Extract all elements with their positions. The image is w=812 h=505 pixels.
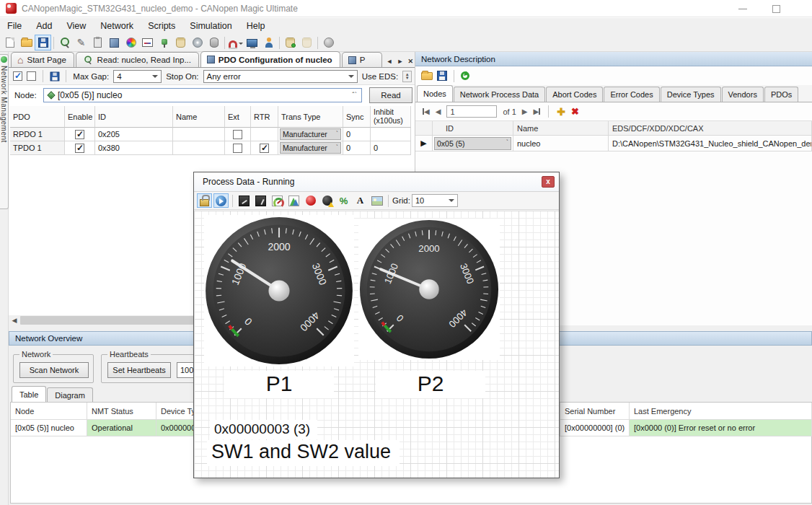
world-button[interactable]: [213, 193, 229, 208]
magnet-button[interactable]: [227, 35, 244, 50]
rpdo-enable-checkbox[interactable]: [75, 130, 84, 139]
maximize-button[interactable]: [762, 0, 790, 17]
minimize-button[interactable]: [728, 0, 757, 17]
grid-size-dropdown[interactable]: 10: [412, 194, 458, 207]
network-node-button[interactable]: [156, 35, 172, 50]
tab-table[interactable]: Table: [12, 386, 46, 402]
rpdo-inhibit-cell[interactable]: [371, 128, 411, 141]
menu-file[interactable]: File: [0, 18, 29, 34]
network-management-tab[interactable]: Network Management: [0, 54, 9, 209]
database-button[interactable]: [206, 35, 222, 50]
use-eds-spinner[interactable]: ▲▼: [402, 71, 412, 82]
menu-network[interactable]: Network: [93, 18, 141, 34]
last-record-button[interactable]: ▶: [533, 107, 540, 115]
tab-close-button[interactable]: ✕: [406, 58, 415, 65]
tab-scroll-right-button[interactable]: ►: [396, 58, 405, 65]
rpdo-sync-cell[interactable]: 0: [343, 128, 371, 141]
pc-configuration-button[interactable]: [244, 35, 260, 50]
add-record-icon[interactable]: ✚: [557, 106, 565, 118]
node-cell[interactable]: [0x05 (5)] nucleo: [11, 420, 87, 436]
tab-read-nucleo[interactable]: Read: nucleo, Read Inp...: [76, 52, 199, 67]
record-number-input[interactable]: 1: [446, 105, 497, 118]
next-record-button[interactable]: ▶: [522, 107, 528, 115]
scan-network-button[interactable]: Scan Network: [19, 362, 89, 378]
tpdo-rtr-checkbox[interactable]: [260, 144, 269, 153]
rpdo-ext-checkbox[interactable]: [233, 130, 242, 139]
tab-partial[interactable]: P: [342, 52, 382, 67]
tab-network-process-data[interactable]: Network Process Data: [454, 87, 545, 102]
tab-vendors[interactable]: Vendors: [722, 87, 764, 102]
menu-add[interactable]: Add: [29, 18, 59, 34]
save-pdo-icon[interactable]: [50, 71, 58, 81]
last-emergency-cell[interactable]: [0x0000 (0)] Error reset or no error: [630, 420, 812, 436]
object-dictionary-button[interactable]: [106, 35, 123, 50]
node-eds-cell[interactable]: D:\CANopen\STM32G431_Nucleo_shield_CANop…: [609, 136, 812, 152]
save-icon[interactable]: [437, 71, 447, 81]
open-button[interactable]: [18, 35, 35, 50]
script-button[interactable]: [172, 35, 189, 50]
lock-button[interactable]: [197, 193, 212, 208]
rpdo-id-cell[interactable]: 0x205: [95, 128, 173, 141]
tpdo-name-cell[interactable]: [173, 141, 225, 155]
new-document-button[interactable]: [1, 35, 18, 50]
tpdo-ext-checkbox[interactable]: [233, 144, 242, 153]
scrollbar-thumb[interactable]: [20, 316, 211, 325]
first-record-button[interactable]: ◀: [423, 107, 430, 115]
gauge-needle-button[interactable]: [270, 193, 285, 208]
disc-button[interactable]: [189, 35, 206, 50]
previous-record-button[interactable]: ◀: [436, 107, 441, 115]
process-caption-text[interactable]: SW1 and SW2 value: [207, 440, 400, 466]
tab-pdos[interactable]: PDOs: [764, 87, 798, 102]
globe-disabled-button[interactable]: [320, 35, 337, 50]
histogram-button[interactable]: [286, 193, 301, 208]
option-checkbox-unchecked[interactable]: [27, 71, 36, 81]
process-data-canvas[interactable]: 01000200030004000 01000200030004000 P1 P…: [194, 211, 559, 478]
node-name-cell[interactable]: nucleo: [513, 136, 609, 152]
rpdo-name-cell[interactable]: [173, 128, 225, 141]
menu-simulation[interactable]: Simulation: [182, 18, 239, 34]
tab-start-page[interactable]: ⌂ Start Page: [11, 52, 74, 67]
tab-abort-codes[interactable]: Abort Codes: [546, 87, 603, 102]
user-button[interactable]: [260, 35, 277, 50]
tpdo-inhibit-cell[interactable]: 0: [371, 141, 411, 155]
gauge-dark-1-button[interactable]: [237, 193, 252, 208]
tab-nodes[interactable]: Nodes: [417, 85, 453, 102]
gauge-p2[interactable]: 01000200030004000: [358, 219, 500, 360]
open-icon[interactable]: [421, 72, 433, 80]
tab-error-codes[interactable]: Error Codes: [604, 87, 659, 102]
text-button[interactable]: [353, 193, 368, 208]
tpdo-row-label[interactable]: TPDO 1: [10, 141, 65, 155]
process-value-text[interactable]: 0x00000003 (3): [210, 420, 317, 439]
percent-button[interactable]: [336, 193, 351, 208]
process-data-title-bar[interactable]: Process Data - Running x: [194, 172, 559, 192]
save-button[interactable]: [35, 35, 51, 50]
gauge-p2-label[interactable]: P2: [376, 371, 485, 398]
find-button[interactable]: [56, 35, 73, 50]
write-button[interactable]: ✎: [73, 35, 89, 50]
nmt-status-cell[interactable]: Operational: [87, 420, 156, 436]
row-selector[interactable]: ▶: [415, 136, 433, 152]
tpdo-id-cell[interactable]: 0x380: [95, 141, 173, 155]
refresh-icon[interactable]: [461, 71, 469, 80]
max-gap-dropdown[interactable]: 4: [113, 70, 162, 83]
gauge-p1[interactable]: 01000200030004000: [204, 215, 354, 366]
led-red-button[interactable]: [303, 193, 318, 208]
menu-help[interactable]: Help: [239, 18, 273, 34]
gauge-dark-2-button[interactable]: [253, 193, 268, 208]
tab-pdo-configuration[interactable]: PDO Configuration of nucleo: [200, 51, 340, 67]
menu-view[interactable]: View: [59, 18, 93, 34]
rpdo-row-label[interactable]: RPDO 1: [10, 128, 65, 141]
tpdo-trans-type-dropdown[interactable]: Manufacturerˋ: [280, 142, 341, 154]
rpdo-trans-type-dropdown[interactable]: Manufacturerˋ: [280, 128, 341, 140]
stop-on-dropdown[interactable]: Any error: [203, 70, 358, 83]
read-button[interactable]: Read: [369, 87, 412, 103]
led-dark-button[interactable]: [319, 193, 335, 208]
trace-button[interactable]: [139, 35, 156, 50]
tpdo-sync-cell[interactable]: 0: [343, 141, 371, 155]
image-button[interactable]: [369, 193, 384, 208]
set-heartbeats-button[interactable]: Set Heartbeats: [107, 362, 171, 378]
script-add-button[interactable]: [282, 35, 299, 50]
serial-number-cell[interactable]: [0x00000000] (0): [560, 420, 630, 436]
tab-scroll-left-button[interactable]: ◄: [385, 58, 394, 65]
tab-diagram[interactable]: Diagram: [47, 387, 93, 402]
